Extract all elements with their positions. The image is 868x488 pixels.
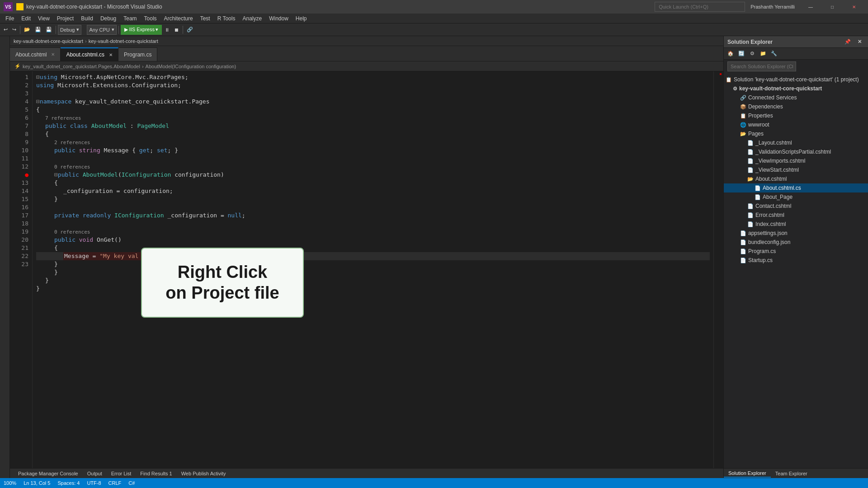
save-button[interactable]: 💾 bbox=[33, 25, 43, 35]
menu-architecture[interactable]: Architecture bbox=[160, 14, 197, 23]
viewimports-icon: 📄 bbox=[747, 158, 754, 164]
code-line-21: public void OnGet() bbox=[36, 236, 710, 244]
se-contact[interactable]: 📄 Contact.cshtml bbox=[724, 202, 868, 211]
code-line-14: { bbox=[36, 179, 710, 187]
status-cursor: Ln 13, Col 5 bbox=[24, 480, 50, 486]
about-cs-icon: 📄 bbox=[755, 185, 761, 191]
menu-file[interactable]: File bbox=[2, 14, 18, 23]
code-line-19 bbox=[36, 220, 710, 228]
menu-team[interactable]: Team bbox=[120, 14, 140, 23]
se-tab-team-explorer[interactable]: Team Explorer bbox=[771, 470, 812, 477]
se-connected-services[interactable]: 🔗 Connected Services bbox=[724, 93, 868, 102]
code-line-3 bbox=[36, 89, 710, 98]
se-close-button[interactable]: ✕ bbox=[854, 38, 864, 47]
btab-output[interactable]: Output bbox=[83, 470, 107, 477]
debug-config-dropdown[interactable]: Debug ▾ bbox=[58, 25, 81, 35]
se-pin-button[interactable]: 📌 bbox=[843, 38, 853, 47]
se-sync-button[interactable]: 🔄 bbox=[736, 49, 746, 58]
menu-project[interactable]: Project bbox=[53, 14, 77, 23]
close-tab-about-cshtml[interactable]: ✕ bbox=[51, 52, 55, 57]
menu-debug[interactable]: Debug bbox=[97, 14, 120, 23]
menu-view[interactable]: View bbox=[34, 14, 53, 23]
quick-launch-input[interactable] bbox=[655, 2, 745, 12]
tab-about-cshtml-cs[interactable]: About.cshtml.cs ✕ bbox=[61, 47, 118, 61]
pause-button[interactable]: ⏸ bbox=[163, 25, 171, 35]
startup-icon: 📄 bbox=[740, 258, 746, 263]
code-line-20: 0 references bbox=[36, 228, 710, 236]
code-content[interactable]: ⊟using Microsoft.AspNetCore.Mvc.RazorPag… bbox=[33, 71, 713, 468]
se-home-button[interactable]: 🏠 bbox=[726, 49, 736, 58]
se-viewstart[interactable]: 📄 _ViewStart.cshtml bbox=[724, 165, 868, 174]
validation-icon: 📄 bbox=[747, 149, 754, 155]
attach-button[interactable]: 🔗 bbox=[185, 25, 195, 35]
layout-icon: 📄 bbox=[747, 140, 754, 146]
menu-window[interactable]: Window bbox=[265, 14, 292, 23]
overlay-text: Right Click on Project file bbox=[165, 262, 279, 303]
status-zoom[interactable]: 100% bbox=[4, 480, 16, 486]
se-tab-solution-explorer[interactable]: Solution Explorer bbox=[724, 469, 771, 478]
se-layout-cshtml[interactable]: 📄 _Layout.cshtml bbox=[724, 138, 868, 147]
se-search-input[interactable] bbox=[727, 61, 796, 71]
menu-help[interactable]: Help bbox=[292, 14, 311, 23]
window-title: key-vault-dotnet-core-quickstart - Micro… bbox=[26, 4, 655, 10]
se-bundleconfig[interactable]: 📄 bundleconfig.json bbox=[724, 238, 868, 247]
platform-dropdown[interactable]: Any CPU ▾ bbox=[87, 25, 116, 35]
user-label: Prashanth Yerramilli bbox=[750, 4, 795, 9]
stop-button[interactable]: ⏹ bbox=[172, 25, 181, 35]
se-solution-item[interactable]: 📋 Solution 'key-vault-dotnet-core-quicks… bbox=[724, 75, 868, 84]
se-dependencies[interactable]: 📦 Dependencies bbox=[724, 102, 868, 111]
se-program-cs[interactable]: 📄 Program.cs bbox=[724, 247, 868, 256]
save-all-button[interactable]: 💾 bbox=[44, 25, 54, 35]
maximize-button[interactable]: □ bbox=[822, 0, 843, 14]
menu-bar: File Edit View Project Build Debug Team … bbox=[0, 14, 868, 23]
code-line-18: private readonly IConfiguration _configu… bbox=[36, 211, 710, 220]
code-line-15: _configuration = configuration; bbox=[36, 187, 710, 195]
menu-analyze[interactable]: Analyze bbox=[239, 14, 265, 23]
se-about-cshtml-cs[interactable]: 📄 About.cshtml.cs bbox=[724, 183, 868, 192]
menu-build[interactable]: Build bbox=[77, 14, 97, 23]
code-line-26: } bbox=[36, 277, 710, 285]
window-controls: — □ ✕ bbox=[800, 0, 864, 14]
code-line-10: public string Message { get; set; } bbox=[36, 146, 710, 155]
file-tab-top[interactable]: key-vault-dotnet-core-quickstart bbox=[89, 38, 158, 44]
code-line-5: { bbox=[36, 106, 710, 114]
se-error[interactable]: 📄 Error.cshtml bbox=[724, 211, 868, 220]
se-project-item[interactable]: ⚙ key-vault-dotnet-core-quickstart bbox=[724, 84, 868, 93]
se-index[interactable]: 📄 Index.cshtml bbox=[724, 220, 868, 229]
bundleconfig-icon: 📄 bbox=[740, 239, 746, 245]
se-wwwroot[interactable]: 🌐 wwwroot bbox=[724, 120, 868, 129]
se-properties[interactable]: 📋 Properties bbox=[724, 111, 868, 120]
btab-error-list[interactable]: Error List bbox=[107, 470, 136, 477]
se-properties-button[interactable]: 🔧 bbox=[769, 49, 779, 58]
tab-about-cshtml[interactable]: About.cshtml ✕ bbox=[10, 47, 61, 61]
close-tab-about-cshtml-cs[interactable]: ✕ bbox=[109, 52, 113, 57]
minimize-button[interactable]: — bbox=[800, 0, 821, 14]
se-appsettings[interactable]: 📄 appsettings.json bbox=[724, 229, 868, 238]
se-startup-cs[interactable]: 📄 Startup.cs bbox=[724, 256, 868, 265]
redo-button[interactable]: ↪ bbox=[10, 25, 18, 35]
live-share-icon bbox=[16, 3, 24, 10]
se-collapse-button[interactable]: 📁 bbox=[758, 49, 768, 58]
btab-find-results[interactable]: Find Results 1 bbox=[136, 470, 176, 477]
se-filter-button[interactable]: ⚙ bbox=[747, 49, 757, 58]
menu-tools[interactable]: Tools bbox=[141, 14, 160, 23]
close-button[interactable]: ✕ bbox=[844, 0, 864, 14]
tab-program-cs[interactable]: Program.cs bbox=[118, 47, 157, 61]
project-tab[interactable]: key-vault-dotnet-core-quickstart bbox=[14, 38, 83, 44]
se-validation-cshtml[interactable]: 📄 _ValidationScriptsPartial.cshtml bbox=[724, 147, 868, 156]
menu-edit[interactable]: Edit bbox=[18, 14, 34, 23]
index-icon: 📄 bbox=[747, 221, 754, 227]
se-about-page[interactable]: 📄 About_Page bbox=[724, 192, 868, 202]
code-line-11 bbox=[36, 155, 710, 163]
undo-button[interactable]: ↩ bbox=[2, 25, 9, 35]
se-viewimports[interactable]: 📄 _ViewImports.cshtml bbox=[724, 156, 868, 165]
open-file-button[interactable]: 📂 bbox=[22, 25, 32, 35]
menu-test[interactable]: Test bbox=[197, 14, 214, 23]
menu-rtools[interactable]: R Tools bbox=[214, 14, 239, 23]
code-line-23: Message = "My key val = " + _configurati… bbox=[36, 252, 710, 260]
se-about-cshtml[interactable]: 📂 About.cshtml bbox=[724, 174, 868, 183]
se-pages-folder[interactable]: 📂 Pages bbox=[724, 129, 868, 138]
run-button[interactable]: ▶ IIS Express ▾ bbox=[121, 25, 162, 35]
btab-package-manager[interactable]: Package Manager Console bbox=[14, 470, 83, 477]
btab-web-publish[interactable]: Web Publish Activity bbox=[177, 470, 231, 477]
